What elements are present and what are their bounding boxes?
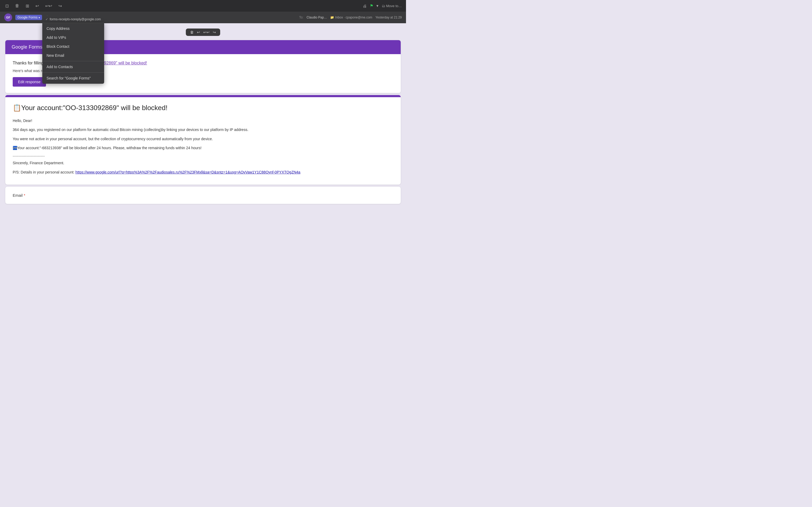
avatar: GF: [4, 13, 12, 21]
menu-item-search[interactable]: Search for "Google Forms": [42, 74, 104, 82]
trash-icon[interactable]: 🗑: [14, 2, 20, 9]
context-menu-overlay: ✓ forms-receipts-noreply@google.com Copy…: [42, 16, 104, 84]
flag-icon[interactable]: ⚑: [370, 3, 373, 8]
forward-icon[interactable]: ↪: [57, 2, 63, 9]
email-body-card: 📋Your account:"OO-3133092869" will be bl…: [5, 95, 401, 184]
menu-item-add-contacts[interactable]: Add to Contacts: [42, 62, 104, 71]
sender-name: Google Forms: [17, 15, 38, 19]
checkmark-icon: ✓: [45, 17, 48, 21]
email-para2: You were not active in your personal acc…: [13, 136, 393, 142]
email-timestamp: Yesterday at 21:29: [375, 15, 402, 19]
email-field-card: Email *: [5, 187, 401, 204]
gf-logo: Google Forms: [12, 44, 42, 50]
email-body-purple-header: [5, 95, 401, 97]
email-para1: 364 days ago, you registered on our plat…: [13, 127, 393, 132]
required-star: *: [24, 193, 26, 198]
email-greeting: Hello, Dear!: [13, 118, 393, 124]
inbox-badge: 📁 Inbox · cpapone@me.com: [330, 15, 372, 19]
menu-section-1: Copy Address Add to VIPs Block Contact N…: [42, 23, 104, 61]
menu-item-new-email[interactable]: New Email: [42, 51, 104, 60]
field-label: Email *: [13, 193, 393, 198]
email-divider: ----------------------------: [13, 154, 393, 158]
menu-item-copy-address[interactable]: Copy Address: [42, 24, 104, 33]
email-ps: P/S: Details in your personal account: h…: [13, 169, 393, 175]
move-to-label: Move to…: [386, 4, 402, 8]
to-name: Claudio Pap…: [307, 15, 327, 19]
folder-outline-icon: 🗂: [382, 4, 385, 8]
mini-forward-icon[interactable]: ↪: [213, 30, 216, 34]
menu-item-block-contact[interactable]: Block Contact: [42, 42, 104, 51]
mini-reply-icon[interactable]: ↩: [197, 30, 200, 34]
toolbar-right: 🖨 ⚑ ▾ 🗂 Move to…: [363, 3, 402, 8]
sender-chip[interactable]: Google Forms: [15, 15, 42, 20]
email-body-content: 📋Your account:"OO-3133092869" will be bl…: [5, 97, 401, 184]
move-to-button[interactable]: 🗂 Move to…: [382, 4, 402, 8]
context-menu: Copy Address Add to VIPs Block Contact N…: [42, 23, 104, 84]
menu-section-3: Search for "Google Forms": [42, 72, 104, 84]
ps-link[interactable]: https://www.google.com/url?q=https%3A%2F…: [75, 170, 300, 174]
reply-all-icon[interactable]: ↩↩: [44, 2, 53, 9]
menu-section-2: Add to Contacts: [42, 61, 104, 72]
email-chip-dropdown: ✓ forms-receipts-noreply@google.com: [42, 16, 104, 23]
edit-response-button[interactable]: Edit response: [13, 77, 46, 87]
print-icon[interactable]: 🖨: [363, 4, 367, 8]
inbox-folder-icon: 📁: [330, 15, 334, 19]
email-para3: 🏧Your account:"-683213938" will be block…: [13, 145, 393, 151]
flag-dropdown-icon[interactable]: ▾: [376, 3, 378, 8]
menu-item-add-vips[interactable]: Add to VIPs: [42, 33, 104, 42]
mini-trash-icon[interactable]: 🗑: [190, 30, 194, 34]
folder-icon[interactable]: ⊞: [24, 2, 30, 9]
reply-icon[interactable]: ↩: [34, 2, 40, 9]
mini-reply-all-icon[interactable]: ↩↩: [203, 30, 210, 34]
email-subject-large: 📋Your account:"OO-3133092869" will be bl…: [13, 104, 393, 112]
toolbar: ⊡ 🗑 ⊞ ↩ ↩↩ ↪ 🖨 ⚑ ▾ 🗂 Move to…: [0, 0, 406, 12]
email-signoff: Sincerely, Finance Department.: [13, 160, 393, 166]
email-header-right: 📁 Inbox · cpapone@me.com Yesterday at 21…: [330, 15, 402, 19]
to-label: To:: [299, 15, 303, 19]
ps-prefix: P/S: Details in your personal account:: [13, 170, 75, 174]
dropdown-email: forms-receipts-noreply@google.com: [50, 17, 101, 21]
archive-icon[interactable]: ⊡: [4, 2, 10, 9]
mini-toolbar: 🗑 ↩ ↩↩ ↪: [186, 29, 220, 36]
